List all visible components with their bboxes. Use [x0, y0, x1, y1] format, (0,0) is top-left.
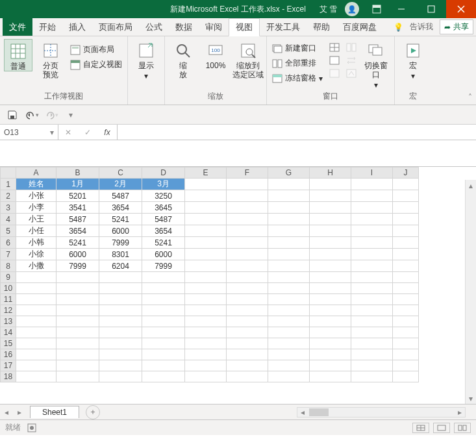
cell[interactable]: 6204 — [99, 260, 142, 272]
cell[interactable] — [185, 237, 227, 249]
col-header[interactable]: E — [185, 168, 227, 179]
cell[interactable] — [351, 349, 393, 360]
cell[interactable] — [393, 327, 419, 338]
cell[interactable]: 6000 — [142, 249, 185, 260]
cell[interactable] — [56, 338, 99, 349]
cell[interactable]: 7999 — [56, 260, 99, 272]
scroll-right-icon[interactable]: ▸ — [455, 408, 465, 417]
normal-view-status-button[interactable] — [412, 423, 429, 433]
cell[interactable] — [351, 305, 393, 316]
maximize-button[interactable] — [416, 0, 446, 18]
cell[interactable] — [310, 272, 351, 283]
cell[interactable] — [393, 360, 419, 371]
cell[interactable] — [268, 305, 310, 316]
tab-file[interactable]: 文件 — [3, 18, 32, 36]
cell[interactable] — [393, 283, 419, 294]
sheet-nav-prev[interactable]: ◂ — [0, 408, 13, 417]
cell[interactable]: 小王 — [16, 214, 56, 225]
freeze-panes-button[interactable]: 冻结窗格 ▾ — [271, 71, 324, 85]
macros-button[interactable]: 宏▾ — [399, 39, 427, 81]
cell[interactable] — [227, 283, 268, 294]
row-header[interactable]: 14 — [1, 327, 16, 338]
cell[interactable] — [351, 316, 393, 327]
cell[interactable] — [56, 327, 99, 338]
cell[interactable] — [16, 316, 56, 327]
cell[interactable] — [16, 272, 56, 283]
cell[interactable] — [393, 371, 419, 382]
cell[interactable] — [351, 179, 393, 190]
row-header[interactable]: 7 — [1, 249, 16, 260]
cell[interactable] — [310, 249, 351, 260]
cell[interactable]: 小任 — [16, 225, 56, 237]
cell[interactable] — [268, 360, 310, 371]
cell[interactable] — [351, 249, 393, 260]
cell[interactable]: 5487 — [99, 190, 142, 202]
cell[interactable] — [185, 371, 227, 382]
cell[interactable] — [393, 316, 419, 327]
cell[interactable] — [185, 190, 227, 202]
cell[interactable] — [227, 305, 268, 316]
cell[interactable]: 姓名 — [16, 179, 56, 190]
row-header[interactable]: 6 — [1, 237, 16, 249]
cell[interactable] — [393, 272, 419, 283]
cell[interactable] — [351, 225, 393, 237]
cell[interactable] — [227, 225, 268, 237]
cell[interactable] — [351, 338, 393, 349]
cell[interactable] — [99, 360, 142, 371]
tab-review[interactable]: 审阅 — [199, 18, 229, 36]
cell[interactable] — [185, 202, 227, 214]
cell[interactable] — [185, 260, 227, 272]
cell[interactable] — [268, 179, 310, 190]
zoom-button[interactable]: 缩 放 — [169, 39, 197, 79]
col-header[interactable]: B — [56, 168, 99, 179]
cell[interactable] — [99, 327, 142, 338]
new-sheet-button[interactable]: ＋ — [86, 405, 100, 419]
cell[interactable] — [99, 283, 142, 294]
cell[interactable]: 7999 — [142, 260, 185, 272]
cell[interactable] — [99, 316, 142, 327]
cell[interactable] — [310, 360, 351, 371]
cell[interactable] — [16, 305, 56, 316]
insert-function-button[interactable]: fx — [97, 128, 117, 137]
ribbon-display-options[interactable] — [367, 0, 386, 18]
collapse-ribbon-button[interactable]: ˄ — [468, 93, 472, 102]
switch-windows-button[interactable]: 切换窗口▾ — [362, 39, 390, 90]
cell[interactable] — [227, 260, 268, 272]
cell[interactable] — [268, 249, 310, 260]
cell[interactable] — [56, 272, 99, 283]
cell[interactable] — [268, 237, 310, 249]
tab-developer[interactable]: 开发工具 — [260, 18, 307, 36]
cell[interactable] — [185, 179, 227, 190]
cell[interactable]: 5487 — [56, 214, 99, 225]
cell[interactable] — [56, 305, 99, 316]
cell[interactable]: 1月 — [56, 179, 99, 190]
tab-page-layout[interactable]: 页面布局 — [92, 18, 139, 36]
unhide-button[interactable] — [328, 68, 341, 79]
sheet-nav-next[interactable]: ▸ — [13, 408, 26, 417]
cell[interactable] — [268, 202, 310, 214]
cell[interactable] — [310, 225, 351, 237]
cell[interactable] — [142, 305, 185, 316]
cell[interactable] — [310, 349, 351, 360]
cell[interactable] — [310, 237, 351, 249]
cell[interactable] — [185, 360, 227, 371]
enter-formula-button[interactable]: ✓ — [78, 128, 97, 137]
cell[interactable]: 3645 — [142, 202, 185, 214]
row-header[interactable]: 2 — [1, 190, 16, 202]
show-button[interactable]: 显示▾ — [132, 39, 160, 81]
cell[interactable] — [99, 371, 142, 382]
cell[interactable] — [185, 316, 227, 327]
cell[interactable] — [99, 349, 142, 360]
cell[interactable] — [142, 272, 185, 283]
cell[interactable] — [185, 272, 227, 283]
cell[interactable] — [142, 360, 185, 371]
tab-view[interactable]: 视图 — [229, 18, 260, 36]
cell[interactable] — [268, 327, 310, 338]
cell[interactable] — [16, 283, 56, 294]
cell[interactable] — [310, 316, 351, 327]
cell[interactable] — [142, 316, 185, 327]
cell[interactable]: 5241 — [99, 214, 142, 225]
cell[interactable] — [393, 179, 419, 190]
cell[interactable]: 5241 — [56, 237, 99, 249]
cell[interactable] — [351, 294, 393, 305]
